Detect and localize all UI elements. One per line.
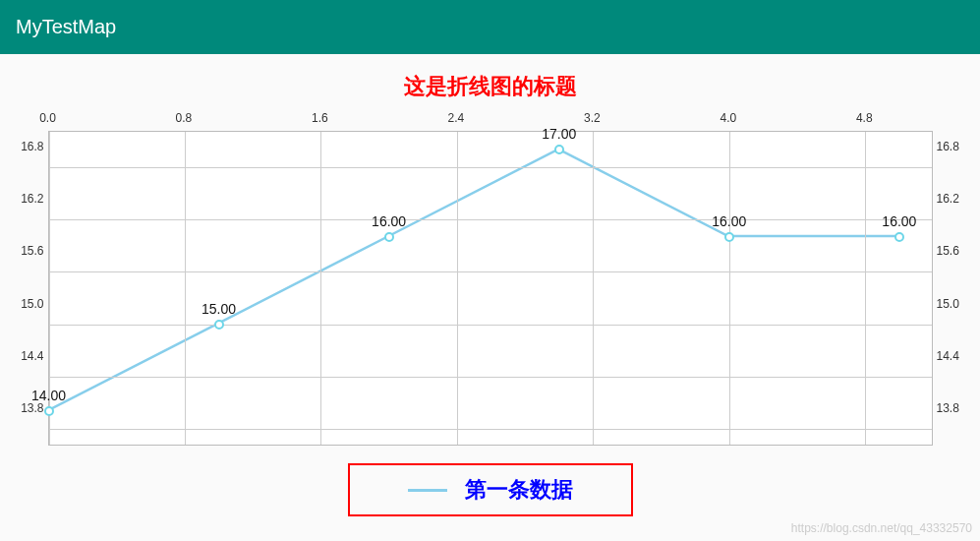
x-tick: 3.2: [584, 111, 601, 125]
x-tick: 4.8: [856, 111, 873, 125]
y-tick-left: 14.4: [21, 349, 43, 363]
grid-vertical: [593, 132, 594, 445]
plot-area[interactable]: 14.0015.0016.0017.0016.0016.00: [48, 131, 933, 446]
grid-horizontal: [49, 429, 932, 430]
legend: 第一条数据: [348, 463, 633, 516]
data-label: 16.00: [712, 213, 746, 229]
y-tick-right: 14.4: [937, 349, 959, 363]
grid-horizontal: [49, 219, 932, 220]
y-tick-right: 16.2: [937, 192, 959, 206]
x-tick: 4.0: [720, 111, 736, 125]
y-axis-right: 13.814.415.015.616.216.8: [933, 111, 962, 426]
data-point[interactable]: [894, 232, 904, 242]
y-tick-left: 16.2: [21, 192, 43, 206]
data-point[interactable]: [554, 145, 564, 154]
data-point[interactable]: [214, 320, 224, 330]
y-tick-right: 15.6: [937, 244, 959, 258]
y-tick-left: 16.8: [21, 140, 43, 153]
data-point[interactable]: [724, 232, 734, 242]
grid-vertical: [729, 132, 730, 445]
data-label: 16.00: [372, 213, 406, 229]
app-bar: MyTestMap: [0, 0, 980, 54]
legend-label: 第一条数据: [465, 475, 573, 505]
y-tick-right: 15.0: [937, 297, 959, 311]
grid-vertical: [457, 132, 458, 445]
series-line: [49, 150, 897, 410]
x-axis-ticks: 0.00.81.62.43.24.04.8: [48, 111, 933, 131]
y-tick-right: 16.8: [937, 140, 959, 153]
grid-vertical: [185, 132, 186, 445]
y-tick-right: 13.8: [937, 401, 959, 415]
grid-horizontal: [49, 167, 932, 168]
grid-vertical: [320, 132, 321, 445]
data-label: 14.00: [31, 388, 66, 403]
data-label: 17.00: [542, 126, 576, 142]
x-tick: 1.6: [312, 111, 328, 125]
data-label: 16.00: [882, 213, 916, 229]
data-point[interactable]: [384, 232, 394, 242]
chart-container: 这是折线图的标题 0.00.81.62.43.24.04.8 13.814.41…: [0, 54, 980, 526]
grid-horizontal: [49, 271, 932, 272]
app-title: MyTestMap: [16, 16, 116, 38]
grid-vertical: [865, 132, 866, 445]
y-tick-left: 15.0: [21, 297, 43, 311]
x-tick: 0.8: [176, 111, 193, 125]
chart-title: 这是折线图的标题: [10, 72, 970, 101]
grid-horizontal: [49, 377, 932, 378]
y-tick-left: 15.6: [21, 244, 43, 258]
data-label: 15.00: [202, 301, 236, 317]
watermark: https://blog.csdn.net/qq_43332570: [791, 521, 972, 535]
legend-line-icon: [408, 489, 447, 492]
x-tick: 2.4: [448, 111, 465, 125]
line-series: [49, 132, 932, 445]
data-point[interactable]: [44, 406, 54, 416]
grid-horizontal: [49, 325, 932, 326]
y-axis-left: 13.814.415.015.616.216.8: [19, 111, 48, 426]
plot-wrap: 0.00.81.62.43.24.04.8 13.814.415.015.616…: [19, 111, 962, 516]
